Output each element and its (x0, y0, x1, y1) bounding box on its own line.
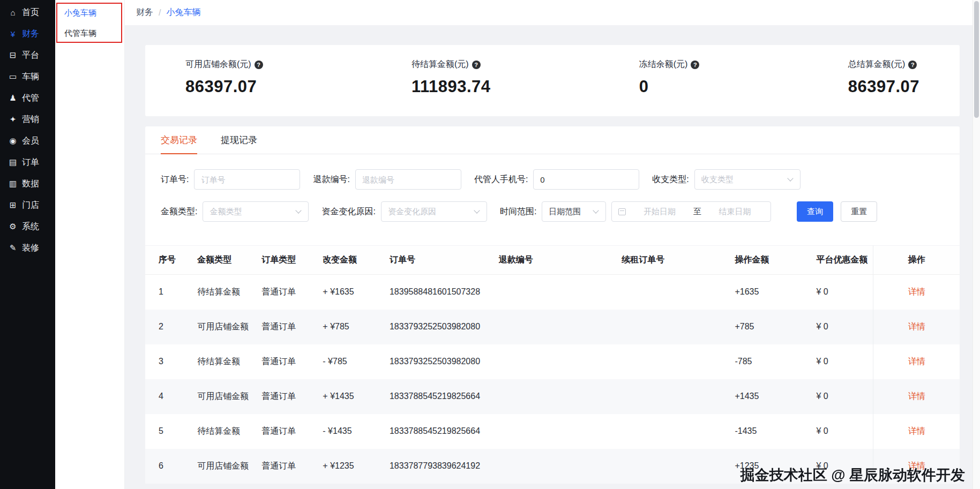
help-icon[interactable] (908, 61, 917, 69)
sidebar-item[interactable]: ◉ 会员 (0, 130, 55, 152)
watermark-text: 掘金技术社区 @ 星辰脉动软件开发 (740, 465, 965, 485)
refund-no-input[interactable] (355, 169, 461, 190)
table-row[interactable]: 4 可用店铺金额 普通订单 + ¥1435 183378854521982566… (145, 379, 960, 414)
table-row[interactable]: 3 待结算金额 普通订单 - ¥785 1833793252503982080 … (145, 344, 960, 379)
tab[interactable]: 交易记录 (161, 126, 197, 154)
primary-sidebar: ⌂ 首页 ¥ 财务 ⊟ 平台 ▭ 车辆 ♟ 代管 ✦ 营销 ◉ 会员 ▤ 订单 … (0, 0, 55, 489)
detail-link[interactable]: 详情 (908, 392, 925, 401)
home-icon: ⌂ (8, 8, 18, 17)
cell-amount-type: 待结算金额 (197, 357, 240, 366)
sidebar-item[interactable]: ⌂ 首页 (0, 2, 55, 23)
sidebar-item[interactable]: ▥ 数据 (0, 173, 55, 194)
sidebar-item-label: 装修 (22, 243, 39, 254)
cell-order-no: 1833788545219825664 (390, 426, 480, 435)
secondary-sidebar-list: 小兔车辆 代管车辆 (55, 3, 124, 43)
change-reason-select[interactable]: 资金变化原因 (381, 201, 487, 222)
breadcrumb-current[interactable]: 小兔车辆 (166, 7, 200, 18)
sidebar-item[interactable]: ✦ 营销 (0, 109, 55, 130)
sidebar-item[interactable]: ▤ 订单 (0, 152, 55, 173)
submenu-item-label: 小兔车辆 (64, 8, 96, 17)
detail-link[interactable]: 详情 (908, 426, 925, 435)
table-row[interactable]: 5 待结算金额 普通订单 - ¥1435 1833788545219825664… (145, 414, 960, 449)
breadcrumb-parent[interactable]: 财务 (136, 7, 153, 18)
app-root: ⌂ 首页 ¥ 财务 ⊟ 平台 ▭ 车辆 ♟ 代管 ✦ 营销 ◉ 会员 ▤ 订单 … (0, 0, 980, 489)
cell-amount-type: 可用店铺金额 (197, 392, 249, 401)
table-row[interactable]: 1 待结算金额 普通订单 + ¥1635 1839588481601507328… (145, 275, 960, 310)
escrow-icon: ♟ (8, 93, 18, 103)
cell-index: 6 (159, 461, 163, 470)
column-header-label: 订单号 (390, 255, 415, 264)
stat-block: 待结算金额(元) 111893.74 (412, 59, 491, 116)
column-header-label: 平台优惠金额 (816, 255, 867, 264)
income-type-placeholder: 收支类型 (701, 175, 734, 185)
table-row[interactable]: 2 可用店铺金额 普通订单 + ¥785 1833793252503982080… (145, 310, 960, 344)
cell-op-amount: -1435 (735, 426, 757, 435)
help-icon[interactable] (691, 61, 699, 69)
column-header: 订单类型 (261, 246, 323, 275)
detail-link[interactable]: 详情 (908, 357, 925, 366)
help-icon[interactable] (255, 61, 263, 69)
system-icon: ⚙ (8, 222, 18, 231)
sidebar-item-label: 门店 (22, 200, 39, 211)
phone-label: 代管人手机号: (474, 174, 528, 185)
sidebar-item[interactable]: ⊟ 平台 (0, 44, 55, 66)
refund-no-label: 退款编号: (313, 174, 349, 185)
date-range-picker[interactable]: 开始日期 至 结束日期 (611, 201, 771, 222)
stat-label: 总结算金额(元) (848, 59, 906, 70)
cell-platform-discount: ¥ 0 (816, 426, 828, 435)
income-type-select[interactable]: 收支类型 (694, 169, 801, 190)
sidebar-item[interactable]: ⚙ 系统 (0, 216, 55, 237)
sidebar-item[interactable]: ¥ 财务 (0, 23, 55, 44)
chevron-down-icon (593, 207, 599, 213)
filter-row-1: 订单号: 退款编号: 代管人手机号: 收支类型: (161, 169, 944, 190)
amount-type-select[interactable]: 金额类型 (203, 201, 309, 222)
main-area: 财务 / 小兔车辆 可用店铺余额(元) 86397.07 待结算金额(元) 11… (125, 0, 980, 489)
reset-button[interactable]: 重置 (841, 201, 877, 222)
cell-order-no: 1839588481601507328 (390, 287, 480, 296)
stat-block: 冻结余额(元) 0 (639, 59, 700, 116)
cell-index: 5 (159, 426, 163, 435)
chevron-down-icon (474, 207, 480, 213)
member-icon: ◉ (8, 136, 18, 146)
cell-platform-discount: ¥ 0 (816, 322, 828, 331)
order-no-input[interactable] (194, 169, 300, 190)
submenu-item[interactable]: 小兔车辆 (55, 3, 124, 23)
scrollbar-thumb[interactable] (974, 1, 979, 118)
store-icon: ⊞ (8, 200, 18, 210)
detail-link[interactable]: 详情 (908, 322, 925, 331)
column-header: 平台优惠金额 (816, 246, 873, 275)
cell-index: 4 (159, 392, 163, 401)
detail-link[interactable]: 详情 (908, 287, 925, 296)
date-range-type-select[interactable]: 日期范围 (542, 201, 606, 222)
stat-value: 86397.07 (848, 77, 919, 96)
sidebar-item[interactable]: ♟ 代管 (0, 87, 55, 109)
search-button[interactable]: 查询 (797, 201, 833, 222)
help-icon[interactable] (472, 61, 481, 69)
column-header-label: 退款编号 (499, 255, 533, 264)
cell-amount-type: 可用店铺金额 (197, 322, 249, 331)
amount-type-label: 金额类型: (161, 206, 197, 217)
filter-income-type: 收支类型: 收支类型 (652, 169, 800, 190)
submenu-item[interactable]: 代管车辆 (55, 23, 124, 43)
stat-block: 总结算金额(元) 86397.07 (848, 59, 919, 116)
column-header: 序号 (145, 246, 197, 275)
cell-op-amount: +785 (735, 322, 754, 331)
stat-block: 可用店铺余额(元) 86397.07 (185, 59, 263, 116)
tab-label: 提现记录 (221, 134, 257, 146)
column-header-label: 操作金额 (735, 255, 769, 264)
vertical-scrollbar[interactable] (972, 0, 980, 489)
stat-label: 冻结余额(元) (639, 59, 688, 70)
filter-phone: 代管人手机号: (474, 169, 639, 190)
phone-input[interactable] (533, 169, 639, 190)
cell-index: 1 (159, 287, 163, 296)
sidebar-item-label: 首页 (22, 7, 39, 18)
cell-order-no: 1833793252503982080 (390, 322, 480, 331)
tab[interactable]: 提现记录 (221, 126, 257, 154)
tab-label: 交易记录 (161, 134, 197, 146)
sidebar-item[interactable]: ▭ 车辆 (0, 66, 55, 87)
sidebar-item[interactable]: ⊞ 门店 (0, 194, 55, 216)
cell-order-type: 普通订单 (261, 357, 296, 366)
cell-op-amount: +1635 (735, 287, 759, 296)
column-header: 操作 (873, 246, 960, 275)
sidebar-item[interactable]: ✎ 装修 (0, 237, 55, 259)
